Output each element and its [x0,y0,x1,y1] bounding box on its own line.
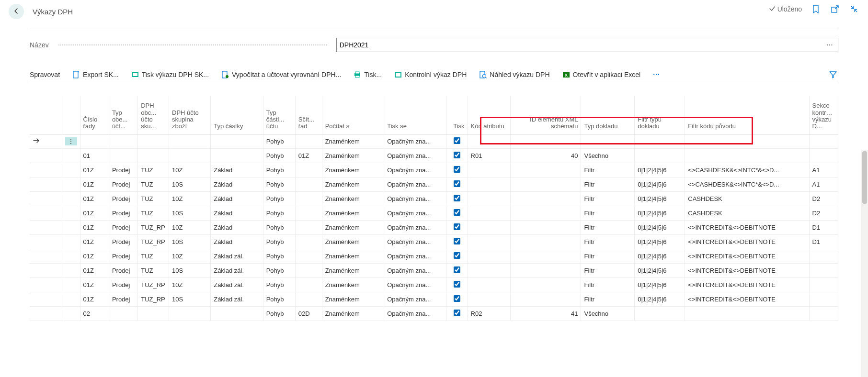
cell-kodAtr[interactable]: R02 [468,306,510,321]
cell-dphObc[interactable]: TUZ_RP [138,220,169,234]
cell-typObe[interactable]: Prodej [109,206,137,220]
cell-xml[interactable]: 41 [510,306,581,321]
cell-xml[interactable] [510,249,581,263]
cell-xml[interactable] [510,220,581,234]
cell-dphZbozi[interactable]: 10S [169,206,211,220]
cell-xml[interactable]: 40 [510,148,581,163]
cell-dphObc[interactable]: TUZ_RP [138,277,169,292]
col-dphobc[interactable]: DPH obc... účto sku... [138,96,169,134]
cell-dphObc[interactable]: TUZ_RP [138,292,169,306]
cell-filtrTyp[interactable]: 0|1|2|4|5|6 [635,191,685,206]
cell-typDok[interactable]: Filtr [581,163,635,177]
table-row[interactable]: 01ZProdejTUZ10ZZáklad zál.PohybZnaménkem… [30,249,838,263]
cell-kodAtr[interactable] [468,292,510,306]
cell-filtrTyp[interactable]: 0|1|2|4|5|6 [635,292,685,306]
print-checkbox[interactable] [454,295,460,302]
table-row[interactable]: 01ZProdejTUZ_RP10ZZáklad zál.PohybZnamén… [30,277,838,292]
cell-filtrTyp[interactable] [635,134,685,148]
col-kodatr[interactable]: Kód atributu [468,96,510,134]
cell-dphObc[interactable] [138,306,169,321]
cell-tiskSe[interactable]: Opačným zna... [384,191,446,206]
cell-dphZbozi[interactable]: 10S [169,263,211,277]
cell-dphObc[interactable]: TUZ [138,206,169,220]
row-selector[interactable] [30,191,62,206]
cell-kodAtr[interactable] [468,249,510,263]
table-row[interactable]: 01Pohyb01ZZnaménkemOpačným zna...R0140Vš… [30,148,838,163]
cell-typDok[interactable]: Filtr [581,249,635,263]
cell-cislo[interactable]: 01 [80,148,109,163]
cell-xml[interactable] [510,234,581,249]
toolbar-preview[interactable]: Náhled výkazu DPH [479,71,549,78]
cell-typObe[interactable]: Prodej [109,277,137,292]
row-selector[interactable] [30,134,62,148]
cell-sekce[interactable] [809,249,838,263]
cell-cislo[interactable]: 01Z [80,277,109,292]
cell-sekce[interactable]: A1 [809,163,838,177]
cell-pocitat[interactable]: Znaménkem [322,134,384,148]
print-checkbox[interactable] [454,195,460,201]
cell-dphObc[interactable]: TUZ [138,249,169,263]
cell-typObe[interactable]: Prodej [109,220,137,234]
cell-typObe[interactable]: Prodej [109,263,137,277]
cell-dphZbozi[interactable]: 10Z [169,249,211,263]
cell-tiskSe[interactable]: Opačným zna... [384,134,446,148]
row-selector[interactable] [30,292,62,306]
cell-typDok[interactable]: Filtr [581,263,635,277]
row-selector[interactable] [30,234,62,249]
cell-kodAtr[interactable] [468,163,510,177]
cell-cislo[interactable]: 01Z [80,220,109,234]
toolbar-print-vykaz-sk[interactable]: Tisk výkazu DPH SK... [131,71,209,78]
print-checkbox[interactable] [454,310,460,316]
cell-cislo[interactable]: 02 [80,306,109,321]
row-menu-button[interactable] [62,306,80,321]
cell-pocitat[interactable]: Znaménkem [322,177,384,191]
cell-tiskSe[interactable]: Opačným zna... [384,206,446,220]
cell-filtrKod[interactable]: <>INTCREDIT&<>DEBITNOTE [685,234,809,249]
cell-typCasti[interactable]: Pohyb [263,277,295,292]
cell-dphZbozi[interactable]: 10S [169,234,211,249]
col-sekce[interactable]: Sekce kontrolní... výkazu D... [809,96,838,134]
cell-tisk[interactable] [446,148,468,163]
table-row[interactable]: 01ZProdejTUZ10SZákladPohybZnaménkemOpačn… [30,177,838,191]
cell-typCastky[interactable]: Základ zál. [211,263,263,277]
cell-tisk[interactable] [446,277,468,292]
cell-tiskSe[interactable]: Opačným zna... [384,249,446,263]
row-selector[interactable] [30,206,62,220]
cell-typCasti[interactable]: Pohyb [263,249,295,263]
row-menu-button[interactable] [62,249,80,263]
cell-dphObc[interactable]: TUZ [138,191,169,206]
row-menu-button[interactable] [62,191,80,206]
col-tiskse[interactable]: Tisk se [384,96,446,134]
col-dphzbozi[interactable]: DPH účto skupina zboží [169,96,211,134]
cell-xml[interactable] [510,134,581,148]
cell-sekce[interactable]: A1 [809,177,838,191]
cell-typCasti[interactable]: Pohyb [263,206,295,220]
cell-typCastky[interactable]: Základ [211,163,263,177]
print-checkbox[interactable] [454,152,460,158]
cell-sekce[interactable] [809,277,838,292]
col-cislo[interactable]: Číslo řady [80,96,109,134]
cell-typDok[interactable]: Filtr [581,234,635,249]
table-row[interactable]: 01ZProdejTUZ_RP10ZZákladPohybZnaménkemOp… [30,220,838,234]
cell-typDok[interactable] [581,134,635,148]
cell-tiskSe[interactable]: Opačným zna... [384,306,446,321]
row-selector[interactable] [30,306,62,321]
cell-cislo[interactable]: 01Z [80,177,109,191]
cell-typObe[interactable]: Prodej [109,163,137,177]
cell-pocitat[interactable]: Znaménkem [322,306,384,321]
cell-dphObc[interactable]: TUZ [138,163,169,177]
name-input[interactable] [340,41,825,49]
cell-typDok[interactable]: Filtr [581,220,635,234]
table-row[interactable]: 01ZProdejTUZ_RP10SZákladPohybZnaménkemOp… [30,234,838,249]
cell-typDok[interactable]: Filtr [581,277,635,292]
cell-cislo[interactable]: 01Z [80,234,109,249]
cell-pocitat[interactable]: Znaménkem [322,148,384,163]
cell-kodAtr[interactable] [468,263,510,277]
cell-kodAtr[interactable] [468,277,510,292]
row-selector[interactable] [30,249,62,263]
cell-tiskSe[interactable]: Opačným zna... [384,292,446,306]
cell-xml[interactable] [510,277,581,292]
cell-filtrTyp[interactable]: 0|1|2|4|5|6 [635,234,685,249]
cell-scit[interactable] [295,191,322,206]
cell-pocitat[interactable]: Znaménkem [322,263,384,277]
